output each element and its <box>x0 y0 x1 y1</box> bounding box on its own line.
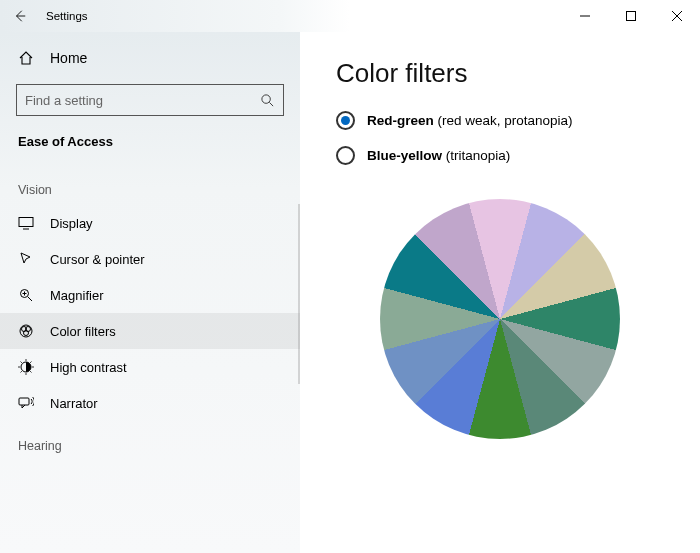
minimize-button[interactable] <box>562 0 608 32</box>
section-title: Ease of Access <box>0 124 300 165</box>
sidebar-item-label: Cursor & pointer <box>50 252 145 267</box>
color-wheel <box>380 199 620 439</box>
maximize-button[interactable] <box>608 0 654 32</box>
search-box[interactable] <box>16 84 284 116</box>
magnifier-icon <box>18 287 34 303</box>
radio-option-red-green[interactable]: Red-green (red weak, protanopia) <box>336 111 664 130</box>
page-title: Color filters <box>336 58 664 89</box>
titlebar: Settings <box>0 0 700 32</box>
radio-icon <box>336 111 355 130</box>
sidebar-item-label: Narrator <box>50 396 98 411</box>
radio-label: Blue-yellow (tritanopia) <box>367 148 510 163</box>
body: Home Ease of Access Vision Display Curso… <box>0 32 700 553</box>
svg-rect-9 <box>19 398 29 405</box>
sidebar-item-label: Color filters <box>50 324 116 339</box>
svg-point-7 <box>24 331 29 336</box>
high-contrast-icon <box>18 359 34 375</box>
sidebar-item-display[interactable]: Display <box>0 205 300 241</box>
radio-label: Red-green (red weak, protanopia) <box>367 113 573 128</box>
home-label: Home <box>50 50 87 66</box>
window-controls <box>562 0 700 32</box>
narrator-icon <box>18 395 34 411</box>
sidebar-item-color-filters[interactable]: Color filters <box>0 313 300 349</box>
close-button[interactable] <box>654 0 700 32</box>
radio-icon <box>336 146 355 165</box>
color-wheel-container <box>336 199 664 439</box>
search-input[interactable] <box>25 93 250 108</box>
sidebar-item-magnifier[interactable]: Magnifier <box>0 277 300 313</box>
cursor-icon <box>18 251 34 267</box>
sidebar: Home Ease of Access Vision Display Curso… <box>0 32 300 553</box>
sidebar-item-label: Magnifier <box>50 288 103 303</box>
settings-window: Settings Home Ease <box>0 0 700 553</box>
home-nav[interactable]: Home <box>0 40 300 76</box>
sidebar-item-label: Display <box>50 216 93 231</box>
sidebar-item-narrator[interactable]: Narrator <box>0 385 300 421</box>
back-button[interactable] <box>0 0 40 32</box>
display-icon <box>18 215 34 231</box>
sidebar-item-cursor[interactable]: Cursor & pointer <box>0 241 300 277</box>
svg-rect-2 <box>19 218 33 227</box>
search-icon <box>260 93 275 108</box>
window-title: Settings <box>46 10 88 22</box>
search-container <box>16 84 284 116</box>
sidebar-item-high-contrast[interactable]: High contrast <box>0 349 300 385</box>
home-icon <box>18 50 34 66</box>
svg-rect-0 <box>627 12 636 21</box>
radio-option-blue-yellow[interactable]: Blue-yellow (tritanopia) <box>336 146 664 165</box>
sidebar-scrollbar[interactable] <box>298 204 300 384</box>
group-hearing-label: Hearing <box>0 421 300 461</box>
sidebar-item-label: High contrast <box>50 360 127 375</box>
main-content: Color filters Red-green (red weak, prota… <box>300 32 700 553</box>
svg-point-1 <box>262 94 270 102</box>
group-vision-label: Vision <box>0 165 300 205</box>
color-filters-icon <box>18 323 34 339</box>
